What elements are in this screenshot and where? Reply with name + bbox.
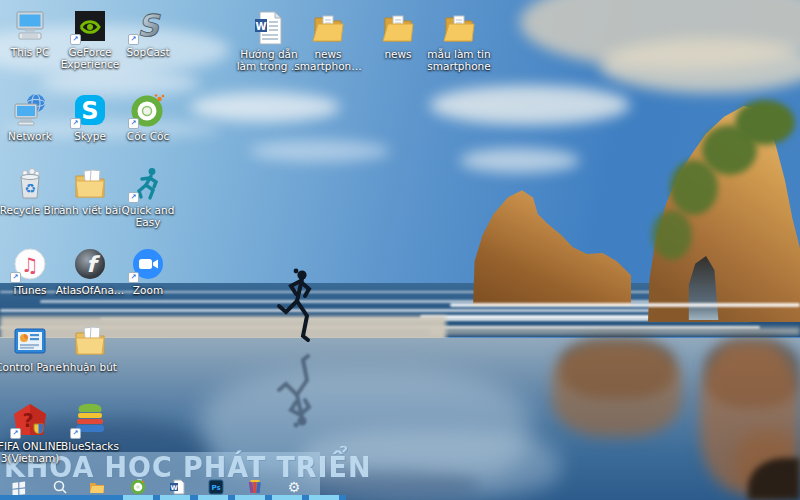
news-folder-icon xyxy=(380,10,416,46)
desktop-icon-quick-and-easy[interactable]: ↗Quick and Easy xyxy=(115,166,181,228)
nhuan-but-icon xyxy=(72,323,108,359)
network-icon xyxy=(12,92,48,128)
desktop-icon-zoom[interactable]: ↗Zoom xyxy=(115,246,181,296)
mau-lam-tin-folder-icon xyxy=(441,10,477,46)
shortcut-arrow-icon: ↗ xyxy=(128,192,139,203)
desktop-icon-news-smartphone-folder[interactable]: news smartphon… xyxy=(295,10,361,72)
shortcut-arrow-icon: ↗ xyxy=(128,118,139,129)
desktop-icon-label: mẫu làm tin smartphone xyxy=(421,48,497,72)
svg-text:S: S xyxy=(137,8,161,43)
quick-and-easy-icon: ↗ xyxy=(130,166,166,202)
desktop-icon-fifa-online-3[interactable]: ?↗FIFA ONLINE 3(Vietnam) xyxy=(0,402,63,464)
desktop-icon-label: Cốc Cốc xyxy=(110,130,186,142)
shortcut-arrow-icon: ↗ xyxy=(10,272,21,283)
control-panel-icon xyxy=(12,323,48,359)
shortcut-arrow-icon: ↗ xyxy=(70,34,81,45)
desktop-icon-label: news smartphon… xyxy=(290,48,366,72)
desktop-icon-label: SopCast xyxy=(110,46,186,58)
windows-desktop: KHOA HỌC PHÁT TRIỂN WPs⚙ This PC↗GeForce… xyxy=(0,0,800,500)
desktop-icon-label: Quick and Easy xyxy=(110,204,186,228)
desktop-icon-label: Zoom xyxy=(110,284,186,296)
atlas-of-ana-icon: f xyxy=(72,246,108,282)
zoom-icon: ↗ xyxy=(130,246,166,282)
desktop-icon-label: nhuận bút xyxy=(52,361,128,373)
desktop-icon-label: BlueStacks xyxy=(52,440,128,452)
svg-text:♫: ♫ xyxy=(21,253,39,277)
shortcut-arrow-icon: ↗ xyxy=(70,118,81,129)
itunes-icon: ♫↗ xyxy=(12,246,48,282)
coc-coc-icon: ↗ xyxy=(130,92,166,128)
desktop-icon-mau-lam-tin-folder[interactable]: mẫu làm tin smartphone xyxy=(426,10,492,72)
bluestacks-icon: ↗ xyxy=(72,402,108,438)
sopcast-icon: S↗ xyxy=(130,8,166,44)
fifa-online-3-icon: ?↗ xyxy=(12,402,48,438)
desktop-icon-coc-coc[interactable]: ↗Cốc Cốc xyxy=(115,92,181,142)
svg-text:W: W xyxy=(255,21,266,32)
svg-text:♻: ♻ xyxy=(24,181,36,196)
desktop-icons-layer: This PC↗GeForce ExperienceS↗SopCastWHướn… xyxy=(0,0,800,500)
desktop-icon-geforce-experience[interactable]: ↗GeForce Experience xyxy=(57,8,123,70)
shortcut-arrow-icon: ↗ xyxy=(128,272,139,283)
anh-viet-bai-icon xyxy=(72,166,108,202)
shortcut-arrow-icon: ↗ xyxy=(70,428,81,439)
desktop-icon-sopcast[interactable]: S↗SopCast xyxy=(115,8,181,58)
geforce-experience-icon: ↗ xyxy=(72,8,108,44)
recycle-bin-icon: ♻ xyxy=(12,166,48,202)
desktop-icon-nhuan-but[interactable]: nhuận bút xyxy=(57,323,123,373)
skype-icon: S↗ xyxy=(72,92,108,128)
shortcut-arrow-icon: ↗ xyxy=(10,428,21,439)
shortcut-arrow-icon: ↗ xyxy=(128,34,139,45)
this-pc-icon xyxy=(12,8,48,44)
news-smartphone-folder-icon xyxy=(310,10,346,46)
huong-dan-doc-icon: W xyxy=(251,10,287,46)
svg-text:S: S xyxy=(81,97,98,125)
svg-text:?: ? xyxy=(22,409,33,431)
desktop-icon-bluestacks[interactable]: ↗BlueStacks xyxy=(57,402,123,452)
